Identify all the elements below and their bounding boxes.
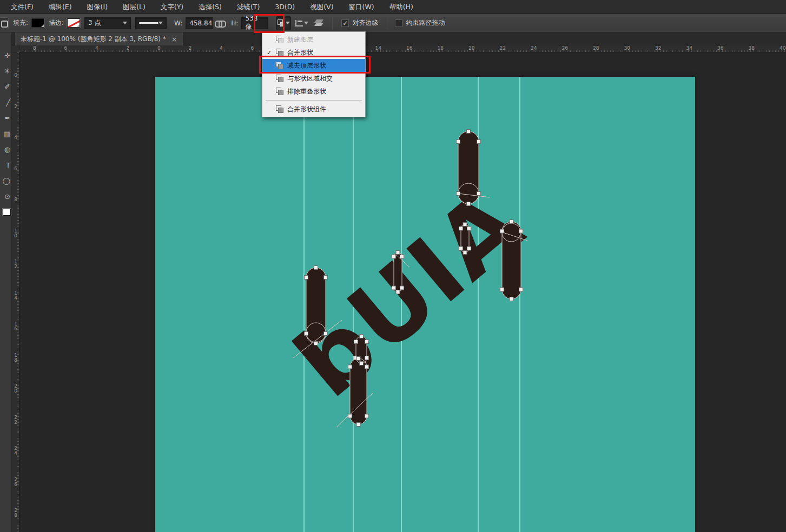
menu-item[interactable]: 3D(D) [267, 0, 302, 14]
anchor-point[interactable] [463, 251, 467, 255]
anchor-point[interactable] [348, 365, 352, 369]
constrain-path-drag-checkbox[interactable] [395, 19, 402, 27]
path-arrangement-button[interactable] [312, 16, 327, 30]
anchor-point[interactable] [477, 192, 481, 196]
anchor-point[interactable] [365, 356, 369, 360]
ruler-label: 40 [780, 45, 785, 51]
anchor-point[interactable] [459, 227, 463, 230]
menu-item[interactable]: 图像(I) [80, 0, 115, 14]
path-operations-button[interactable] [276, 16, 291, 30]
anchor-point[interactable] [467, 247, 471, 250]
menu-item-option[interactable]: 排除重叠形状 [262, 85, 365, 98]
menu-item[interactable]: 编辑(E) [41, 0, 80, 14]
ruler-label: 0 [157, 45, 161, 51]
rounded-rect-shape[interactable] [306, 268, 326, 343]
ruler-label: 6 [13, 167, 18, 171]
anchor-point[interactable] [348, 414, 352, 418]
stroke-width-select[interactable]: 3 点 [84, 17, 131, 29]
stroke-swatch[interactable] [67, 18, 80, 28]
close-icon[interactable]: × [171, 35, 177, 43]
current-tool-icon[interactable] [0, 17, 9, 29]
type-tool[interactable]: T [0, 157, 12, 173]
anchor-point[interactable] [360, 335, 364, 338]
menu-item[interactable]: 滤镜(T) [229, 0, 267, 14]
fill-swatch[interactable] [31, 18, 44, 28]
anchor-point[interactable] [314, 266, 318, 270]
ruler-label: 24 [13, 446, 18, 456]
document-tab[interactable]: 未标题-1 @ 100% (圆角矩形 2 副本 3, RGB/8) * × [15, 32, 183, 45]
menu-item[interactable]: 文件(F) [3, 0, 41, 14]
menu-item[interactable]: 窗口(W) [341, 0, 382, 14]
ruler-label: 16 [406, 45, 412, 51]
anchor-point[interactable] [519, 288, 523, 291]
link-dimensions-icon[interactable] [215, 20, 224, 26]
anchor-point[interactable] [400, 286, 404, 290]
stroke-style-select[interactable] [135, 17, 167, 29]
align-edges-checkbox[interactable]: ✓ [341, 19, 349, 27]
shape-tool[interactable]: ◯ [0, 173, 12, 189]
anchor-point[interactable] [510, 297, 513, 301]
menu-item[interactable]: 图层(L) [115, 0, 153, 14]
anchor-point[interactable] [356, 423, 360, 427]
menu-item[interactable]: 帮助(H) [382, 0, 421, 14]
anchor-point[interactable] [396, 290, 400, 294]
anchor-point[interactable] [392, 286, 396, 290]
ruler-label: 4 [95, 45, 98, 51]
anchor-point[interactable] [360, 362, 364, 365]
horizontal-ruler[interactable]: 8642024681012141618202224262830323436384… [12, 45, 786, 52]
anchor-point[interactable] [392, 255, 396, 258]
pen-tool[interactable]: ✒ [0, 110, 12, 126]
anchor-point[interactable] [500, 229, 504, 233]
smudge-tool[interactable]: ◍ [0, 142, 12, 157]
vertical-ruler[interactable]: 0246810121416182022242628 [12, 52, 19, 532]
anchor-point[interactable] [396, 251, 400, 255]
anchor-point[interactable] [457, 192, 460, 196]
anchor-point[interactable] [519, 229, 523, 233]
anchor-point[interactable] [305, 332, 308, 336]
anchor-point[interactable] [467, 202, 471, 206]
anchor-point[interactable] [365, 340, 369, 344]
menu-item[interactable]: 文字(Y) [153, 0, 191, 14]
anchor-point[interactable] [459, 247, 463, 250]
ruler-label: 2 [13, 104, 18, 109]
rounded-rect-shape[interactable] [458, 131, 479, 204]
eyedropper-tool[interactable]: ✐ [0, 79, 12, 95]
anchor-point[interactable] [324, 332, 328, 336]
canvas[interactable]: bUIA [155, 77, 695, 532]
anchor-point[interactable] [467, 227, 471, 230]
chevron-down-icon [304, 22, 308, 24]
anchor-point[interactable] [354, 340, 358, 344]
anchor-point[interactable] [500, 288, 504, 291]
move-tool[interactable]: ✛ [0, 48, 12, 63]
anchor-point[interactable] [305, 276, 308, 280]
menu-item[interactable]: 选择(S) [191, 0, 229, 14]
anchor-point[interactable] [477, 140, 481, 144]
anchor-point[interactable] [463, 223, 467, 227]
anchor-point[interactable] [510, 220, 513, 224]
menu-item-label: 合并形状组件 [287, 105, 326, 114]
anchor-point[interactable] [356, 357, 360, 361]
foreground-color-swatch[interactable] [0, 204, 12, 220]
anchor-point[interactable] [457, 140, 460, 144]
anchor-point[interactable] [365, 365, 369, 369]
path-alignment-button[interactable] [294, 16, 309, 30]
gradient-tool[interactable]: ▥ [0, 126, 12, 142]
canvas-artwork[interactable]: bUIA [155, 77, 695, 532]
anchor-point[interactable] [324, 276, 328, 280]
anchor-point[interactable] [365, 414, 369, 418]
menu-item-option[interactable]: 合并形状组件 [262, 103, 365, 116]
anchor-point[interactable] [467, 130, 471, 134]
menu-item-option[interactable]: 与形状区域相交 [262, 72, 365, 85]
rounded-rect-shape[interactable] [350, 358, 367, 424]
lasso-tool[interactable]: ✳ [0, 63, 12, 79]
menu-item-option[interactable]: ✓合并形状 [262, 46, 365, 59]
anchor-point[interactable] [400, 255, 404, 258]
zoom-tool[interactable]: ⊙ [0, 189, 12, 204]
brush-tool[interactable]: ╱ [0, 95, 12, 110]
height-input[interactable]: 538 像 [241, 17, 268, 29]
ruler-label: 10 [13, 229, 18, 238]
menu-item[interactable]: 视图(V) [302, 0, 341, 14]
anchor-point[interactable] [314, 342, 318, 345]
width-input[interactable]: 458.84 [186, 17, 213, 29]
menu-item-selected[interactable]: 减去顶层形状 [262, 59, 365, 72]
